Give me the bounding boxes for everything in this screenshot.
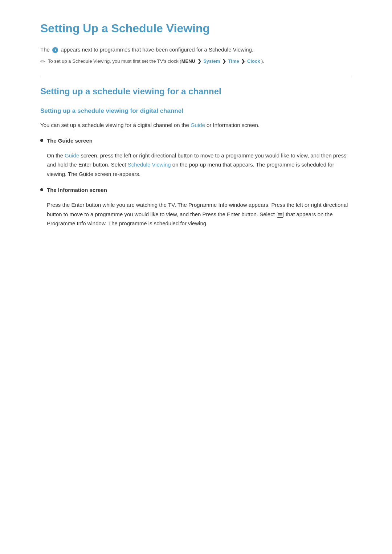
- bullet-label-2: The Information screen: [47, 186, 107, 194]
- digital-intro: You can set up a schedule viewing for a …: [40, 120, 352, 130]
- bullet-list-2: The Information screen: [40, 186, 352, 194]
- pencil-icon: ✏: [40, 58, 45, 65]
- guide-link-body[interactable]: Guide: [65, 152, 79, 159]
- bullet-item-1: The Guide screen: [40, 136, 352, 145]
- bullet-item-2: The Information screen: [40, 186, 352, 194]
- bullet-dot-1: [40, 139, 43, 142]
- subsection-title: Setting up a schedule viewing for digita…: [40, 107, 352, 115]
- bullet-list: The Guide screen: [40, 136, 352, 145]
- chevron-icon-1: ❯: [197, 58, 203, 64]
- guide-link-intro[interactable]: Guide: [191, 122, 205, 128]
- time-link: Time: [228, 58, 239, 64]
- note-row: ✏ To set up a Schedule Viewing, you must…: [40, 58, 352, 65]
- chevron-icon-3: ❯: [241, 58, 246, 64]
- bullet-dot-2: [40, 188, 43, 191]
- clock-symbol: [52, 47, 58, 53]
- guide-screen-text: On the Guide screen, press the left or r…: [47, 151, 352, 179]
- schedule-icon-inline: [277, 212, 283, 218]
- menu-link: MENU: [181, 58, 195, 64]
- main-title: Setting Up a Schedule Viewing: [40, 22, 352, 35]
- section-title: Setting up a schedule viewing for a chan…: [40, 86, 352, 97]
- information-screen-text: Press the Enter button while you are wat…: [47, 200, 352, 228]
- section-divider: [40, 76, 352, 76]
- intro-paragraph: The appears next to programmes that have…: [40, 45, 352, 54]
- schedule-viewing-link[interactable]: Schedule Viewing: [128, 161, 171, 168]
- clock-link: Clock: [247, 58, 260, 64]
- system-link: System: [203, 58, 220, 64]
- bullet-content-1: On the Guide screen, press the left or r…: [40, 151, 352, 179]
- bullet-label-1: The Guide screen: [47, 136, 93, 145]
- chevron-icon-2: ❯: [222, 58, 228, 64]
- bullet-content-2: Press the Enter button while you are wat…: [40, 200, 352, 228]
- intro-text-after: appears next to programmes that have bee…: [61, 46, 253, 53]
- note-text: To set up a Schedule Viewing, you must f…: [48, 58, 264, 65]
- intro-text-before: The: [40, 46, 50, 53]
